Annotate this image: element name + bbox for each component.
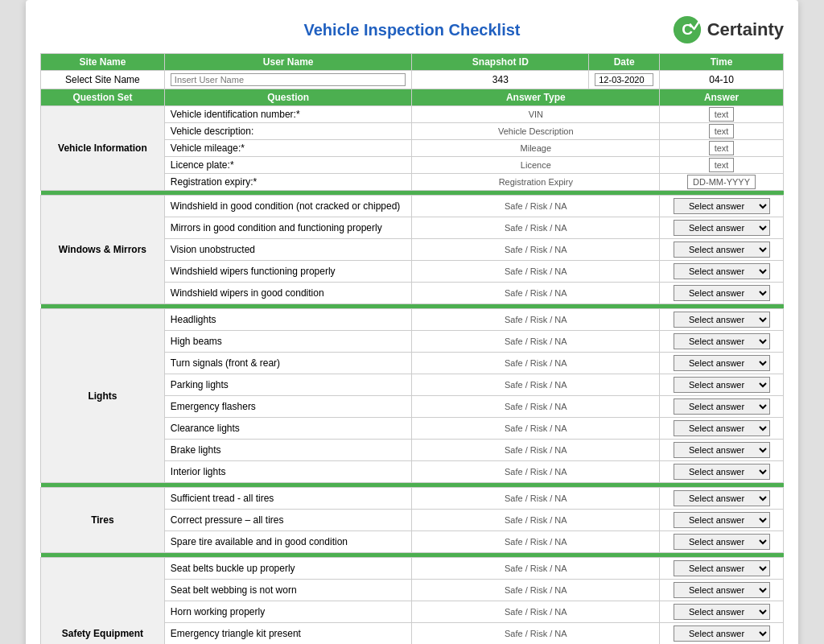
question-cell: Windshield wipers in good condition <box>164 283 412 304</box>
answer-cell[interactable]: Select answerSafeRiskNA <box>660 461 784 483</box>
meta-header-row: Site Name User Name Snapshot ID Date Tim… <box>41 54 784 71</box>
answer-select[interactable]: Select answerSafeRiskNA <box>674 625 770 642</box>
question-cell: Seat belts buckle up properly <box>164 558 412 580</box>
meta-header-user: User Name <box>164 54 412 71</box>
answer-select[interactable]: Select answerSafeRiskNA <box>674 534 770 550</box>
logo-text: Certainty <box>707 19 784 40</box>
answer-text: text <box>709 158 735 172</box>
answer-type-cell: Registration Expiry <box>412 174 660 191</box>
meta-date-value[interactable] <box>589 71 660 89</box>
answer-type-cell: Safe / Risk / NA <box>412 353 660 374</box>
question-cell: Windshield wipers functioning properly <box>164 261 412 283</box>
question-cell: Turn signals (front & rear) <box>164 353 412 374</box>
answer-select[interactable]: Select answerSafeRiskNA <box>674 582 770 598</box>
user-name-input[interactable] <box>171 73 406 86</box>
answer-type-cell: Safe / Risk / NA <box>412 396 660 418</box>
answer-select[interactable]: Select answerSafeRiskNA <box>674 377 770 393</box>
section-vehicle-info: Vehicle Information <box>41 106 165 191</box>
svg-text:C: C <box>682 21 693 38</box>
logo-area: C Certainty <box>655 14 784 45</box>
answer-cell[interactable]: Select answerSafeRiskNA <box>660 396 784 418</box>
answer-cell[interactable]: Select answerSafeRiskNA <box>660 440 784 461</box>
meta-header-time: Time <box>660 54 784 71</box>
answer-select[interactable]: Select answerSafeRiskNA <box>674 398 770 415</box>
answer-select[interactable]: Select answerSafeRiskNA <box>674 560 770 576</box>
table-row: Tires Sufficient tread - all tires Safe … <box>41 488 784 510</box>
answer-cell[interactable]: Select answerSafeRiskNA <box>660 488 784 510</box>
answer-select[interactable]: Select answerSafeRiskNA <box>674 464 770 480</box>
question-cell: Vehicle identification number:* <box>164 106 412 123</box>
section-lights: Lights <box>41 309 165 483</box>
answer-select[interactable]: Select answerSafeRiskNA <box>674 285 770 301</box>
answer-type-cell: Safe / Risk / NA <box>412 374 660 396</box>
question-cell: Windshield in good condition (not cracke… <box>164 196 412 217</box>
col-header-answer-type: Answer Type <box>412 89 660 106</box>
answer-cell[interactable]: Select answerSafeRiskNA <box>660 510 784 531</box>
question-cell: Parking lights <box>164 374 412 396</box>
answer-cell[interactable]: Select answerSafeRiskNA <box>660 580 784 601</box>
answer-cell[interactable]: Select answerSafeRiskNA <box>660 418 784 440</box>
answer-text: DD-MM-YYYY <box>687 175 756 189</box>
answer-cell[interactable]: Select answerSafeRiskNA <box>660 261 784 283</box>
answer-type-cell: VIN <box>412 106 660 123</box>
answer-select[interactable]: Select answerSafeRiskNA <box>674 198 770 214</box>
question-cell: Clearance lights <box>164 418 412 440</box>
answer-cell[interactable]: Select answerSafeRiskNA <box>660 623 784 645</box>
answer-cell[interactable]: Select answerSafeRiskNA <box>660 374 784 396</box>
answer-select[interactable]: Select answerSafeRiskNA <box>674 512 770 528</box>
answer-cell[interactable]: Select answerSafeRiskNA <box>660 531 784 553</box>
meta-site-value: Select Site Name <box>41 71 165 89</box>
answer-select[interactable]: Select answerSafeRiskNA <box>674 242 770 258</box>
page-header: Vehicle Inspection Checklist C Certainty <box>40 14 784 45</box>
meta-header-snapshot: Snapshot ID <box>412 54 589 71</box>
answer-text: text <box>709 107 735 122</box>
answer-cell[interactable]: Select answerSafeRiskNA <box>660 353 784 374</box>
question-cell: Seat belt webbing is not worn <box>164 580 412 601</box>
section-tires: Tires <box>41 488 165 553</box>
answer-select[interactable]: Select answerSafeRiskNA <box>674 442 770 458</box>
answer-cell[interactable]: Select answerSafeRiskNA <box>660 558 784 580</box>
answer-cell[interactable]: Select answerSafeRiskNA <box>660 309 784 331</box>
question-cell: Interior lights <box>164 461 412 483</box>
col-header-question: Question <box>164 89 412 106</box>
answer-type-cell: Safe / Risk / NA <box>412 558 660 580</box>
answer-cell[interactable]: Select answerSafeRiskNA <box>660 283 784 304</box>
answer-select[interactable]: Select answerSafeRiskNA <box>674 604 770 620</box>
answer-type-cell: Safe / Risk / NA <box>412 461 660 483</box>
answer-type-cell: Safe / Risk / NA <box>412 510 660 531</box>
answer-type-cell: Safe / Risk / NA <box>412 623 660 645</box>
answer-cell[interactable]: Select answerSafeRiskNA <box>660 196 784 217</box>
answer-select[interactable]: Select answerSafeRiskNA <box>674 355 770 371</box>
answer-type-cell: Safe / Risk / NA <box>412 261 660 283</box>
page-container: Vehicle Inspection Checklist C Certainty… <box>26 0 798 644</box>
answer-type-cell: Safe / Risk / NA <box>412 331 660 353</box>
answer-select[interactable]: Select answerSafeRiskNA <box>674 263 770 279</box>
meta-header-site: Site Name <box>41 54 165 71</box>
answer-cell[interactable]: Select answerSafeRiskNA <box>660 601 784 623</box>
date-input[interactable] <box>595 73 653 86</box>
answer-select[interactable]: Select answerSafeRiskNA <box>674 420 770 436</box>
answer-text: text <box>709 141 735 155</box>
answer-type-cell: Safe / Risk / NA <box>412 601 660 623</box>
answer-select[interactable]: Select answerSafeRiskNA <box>674 490 770 506</box>
answer-type-cell: Safe / Risk / NA <box>412 283 660 304</box>
question-cell: Registration expiry:* <box>164 174 412 191</box>
answer-select[interactable]: Select answerSafeRiskNA <box>674 333 770 349</box>
table-row: Safety Equipment Seat belts buckle up pr… <box>41 558 784 580</box>
answer-select[interactable]: Select answerSafeRiskNA <box>674 220 770 236</box>
answer-cell[interactable]: Select answerSafeRiskNA <box>660 217 784 239</box>
answer-type-cell: Safe / Risk / NA <box>412 309 660 331</box>
question-cell: Headlights <box>164 309 412 331</box>
question-cell: Vision unobstructed <box>164 239 412 261</box>
answer-type-cell: Safe / Risk / NA <box>412 580 660 601</box>
meta-user-value[interactable] <box>164 71 412 89</box>
question-cell: Emergency flashers <box>164 396 412 418</box>
meta-snapshot-value: 343 <box>412 71 589 89</box>
meta-time-value: 04-10 <box>660 71 784 89</box>
meta-header-date: Date <box>589 54 660 71</box>
answer-cell[interactable]: Select answerSafeRiskNA <box>660 331 784 353</box>
answer-cell: text <box>660 106 784 123</box>
answer-cell[interactable]: Select answerSafeRiskNA <box>660 239 784 261</box>
question-cell: Correct pressure – all tires <box>164 510 412 531</box>
answer-select[interactable]: Select answerSafeRiskNA <box>674 312 770 328</box>
